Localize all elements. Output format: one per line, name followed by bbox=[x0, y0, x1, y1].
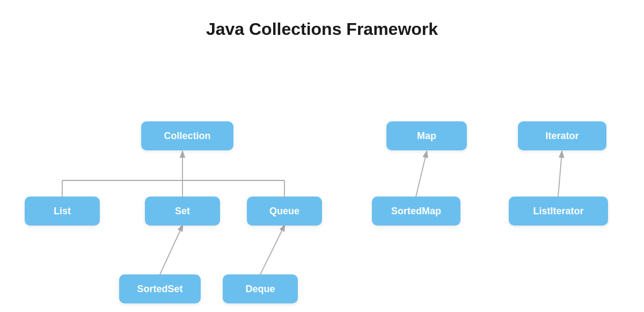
node-collection: Collection bbox=[141, 121, 233, 150]
sortedmap-to-map bbox=[416, 152, 427, 197]
node-iterator: Iterator bbox=[518, 121, 606, 150]
page-title: Java Collections Framework bbox=[0, 0, 644, 45]
listiterator-to-iterator bbox=[558, 152, 562, 197]
node-sortedset: SortedSet bbox=[119, 274, 201, 303]
node-listiterator: ListIterator bbox=[509, 197, 608, 226]
diagram: Collection List Set Queue SortedSet Dequ… bbox=[0, 45, 644, 308]
node-queue: Queue bbox=[247, 197, 322, 226]
node-list: List bbox=[25, 197, 100, 226]
node-sortedmap: SortedMap bbox=[372, 197, 460, 226]
node-map: Map bbox=[386, 121, 467, 150]
arrows-svg bbox=[0, 45, 644, 308]
node-set: Set bbox=[145, 197, 220, 226]
node-deque: Deque bbox=[223, 274, 298, 303]
sortedset-to-set bbox=[160, 226, 182, 274]
deque-to-queue bbox=[260, 226, 284, 274]
